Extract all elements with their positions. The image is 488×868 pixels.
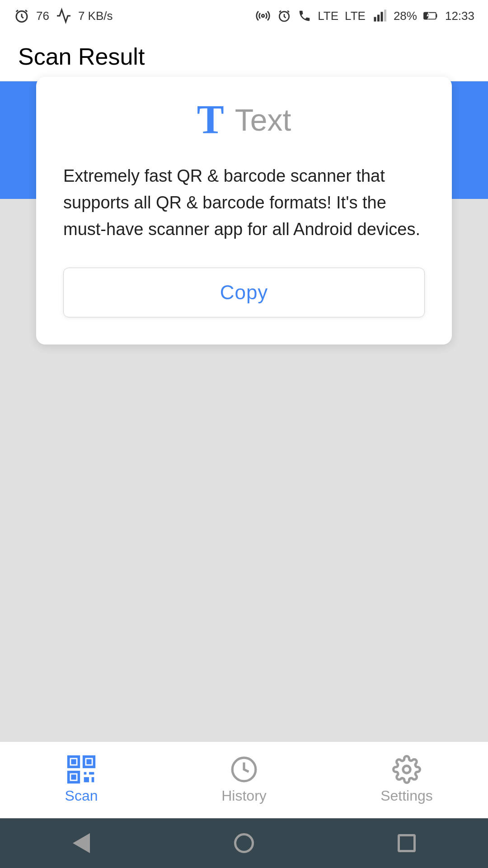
back-button[interactable] [63, 825, 99, 861]
status-right: LTE LTE 28% 12:33 [255, 8, 474, 24]
phone-icon [298, 9, 311, 23]
recents-button[interactable] [389, 825, 425, 861]
status-left: 76 7 KB/s [14, 8, 113, 24]
activity-icon [56, 8, 72, 24]
svg-rect-3 [374, 17, 376, 22]
status-speed: 7 KB/s [78, 9, 113, 23]
svg-point-1 [262, 14, 265, 17]
status-number: 76 [36, 9, 49, 23]
svg-rect-17 [84, 777, 89, 782]
system-nav-bar [0, 818, 488, 868]
lte1-label: LTE [318, 9, 338, 23]
settings-icon-container [391, 756, 422, 783]
scan-tab-label: Scan [65, 788, 98, 804]
svg-rect-15 [84, 772, 87, 775]
history-icon [230, 755, 258, 783]
app-bar: Scan Result [0, 32, 488, 81]
svg-rect-18 [92, 777, 94, 782]
tab-history[interactable]: History [163, 756, 325, 804]
history-tab-label: History [221, 788, 267, 804]
main-content: T Text Extremely fast QR & barcode scann… [0, 199, 488, 741]
result-card: T Text Extremely fast QR & barcode scann… [36, 77, 452, 344]
copy-button[interactable]: Copy [63, 268, 425, 317]
page-title: Scan Result [18, 43, 145, 70]
settings-tab-label: Settings [380, 788, 433, 804]
svg-point-20 [403, 766, 410, 773]
copy-button-label: Copy [220, 281, 268, 304]
qr-scan-icon [66, 754, 97, 785]
card-body-text: Extremely fast QR & barcode scanner that… [63, 163, 425, 243]
card-header: T Text [63, 99, 425, 140]
svg-rect-16 [89, 772, 94, 775]
time-label: 12:33 [445, 9, 474, 23]
type-label: Text [235, 102, 291, 137]
svg-rect-14 [71, 774, 76, 779]
battery-icon [423, 9, 439, 23]
lte2-label: LTE [345, 9, 366, 23]
back-icon [73, 833, 90, 853]
radio-icon [255, 8, 271, 24]
alarm-icon [14, 8, 30, 24]
recents-icon [398, 834, 416, 852]
tab-scan[interactable]: Scan [0, 756, 163, 804]
svg-rect-5 [380, 12, 383, 21]
svg-rect-12 [86, 759, 91, 764]
status-bar: 76 7 KB/s LTE LTE 2 [0, 0, 488, 32]
home-icon [234, 833, 254, 853]
type-icon: T [197, 99, 224, 140]
svg-rect-4 [377, 15, 380, 22]
bottom-nav: Scan History Settings [0, 741, 488, 818]
scan-icon-container [66, 756, 97, 783]
battery-percent: 28% [394, 9, 417, 23]
signal-icon [372, 9, 387, 23]
history-icon-container [228, 756, 260, 783]
alarm2-icon [277, 9, 291, 23]
tab-settings[interactable]: Settings [325, 756, 488, 804]
home-button[interactable] [226, 825, 262, 861]
svg-rect-10 [71, 759, 76, 764]
svg-rect-6 [384, 9, 386, 21]
settings-icon [392, 755, 421, 784]
